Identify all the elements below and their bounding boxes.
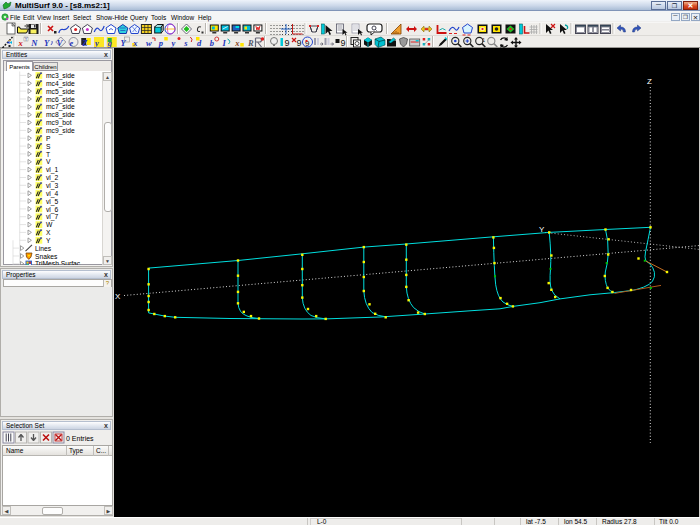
svg-text:mc9_side: mc9_side — [46, 127, 75, 135]
svg-text:1: 1 — [482, 37, 485, 43]
svg-text:Y: Y — [25, 37, 28, 42]
svg-text:x: x — [234, 38, 240, 48]
svg-text:vl_4: vl_4 — [46, 190, 59, 198]
svg-text:W: W — [46, 221, 53, 228]
svg-text:Y: Y — [539, 225, 545, 234]
svg-text:g: g — [107, 38, 113, 48]
svg-text:vl_5: vl_5 — [46, 198, 59, 206]
svg-text:P: P — [46, 135, 51, 142]
svg-text:X: X — [46, 229, 51, 236]
svg-text:vl_1: vl_1 — [46, 166, 59, 174]
svg-text:w: w — [146, 38, 152, 48]
svg-text:9: 9 — [285, 38, 290, 48]
svg-text:mc7_side: mc7_side — [46, 103, 75, 111]
svg-text:mc9_bot: mc9_bot — [46, 119, 72, 127]
svg-text:y: y — [171, 38, 176, 48]
svg-text:x: x — [132, 38, 138, 48]
svg-text:Y: Y — [121, 38, 127, 48]
svg-text:p: p — [158, 38, 163, 48]
svg-text:vl_3: vl_3 — [46, 182, 59, 190]
svg-text:vl_7: vl_7 — [46, 213, 59, 221]
svg-text:9: 9 — [341, 38, 346, 48]
svg-text:vl_6: vl_6 — [46, 206, 59, 214]
svg-text:y: y — [94, 38, 99, 48]
svg-text:Lines: Lines — [35, 245, 52, 252]
svg-text:mc5_side: mc5_side — [46, 88, 75, 96]
svg-text:mc8_side: mc8_side — [46, 111, 75, 119]
svg-text:mc3_side: mc3_side — [46, 72, 75, 80]
svg-text:Y: Y — [46, 237, 51, 244]
svg-text:vl_2: vl_2 — [46, 174, 59, 182]
svg-text:b: b — [210, 38, 214, 48]
svg-text:s: s — [183, 38, 188, 48]
svg-text:X: X — [115, 292, 121, 301]
svg-text:TriMesh Surfac: TriMesh Surfac — [35, 260, 81, 265]
svg-text:N: N — [30, 38, 38, 48]
svg-text:9: 9 — [305, 39, 310, 48]
svg-text:mc4_side: mc4_side — [46, 80, 75, 88]
svg-text:Snakes: Snakes — [35, 253, 58, 260]
svg-text:x: x — [18, 38, 24, 48]
svg-text:e: e — [70, 38, 74, 48]
svg-text:T: T — [46, 151, 50, 158]
svg-text:Y: Y — [44, 38, 50, 48]
svg-text:mc6_side: mc6_side — [46, 96, 75, 104]
svg-text:V: V — [46, 158, 51, 165]
svg-text:0 Entries: 0 Entries — [66, 435, 94, 442]
svg-text:Z: Z — [647, 77, 652, 86]
svg-text:S: S — [46, 143, 51, 150]
svg-text:I: I — [222, 38, 227, 48]
svg-text:Z: Z — [81, 38, 87, 48]
svg-text:9: 9 — [297, 38, 302, 48]
svg-text:R: R — [247, 38, 254, 48]
